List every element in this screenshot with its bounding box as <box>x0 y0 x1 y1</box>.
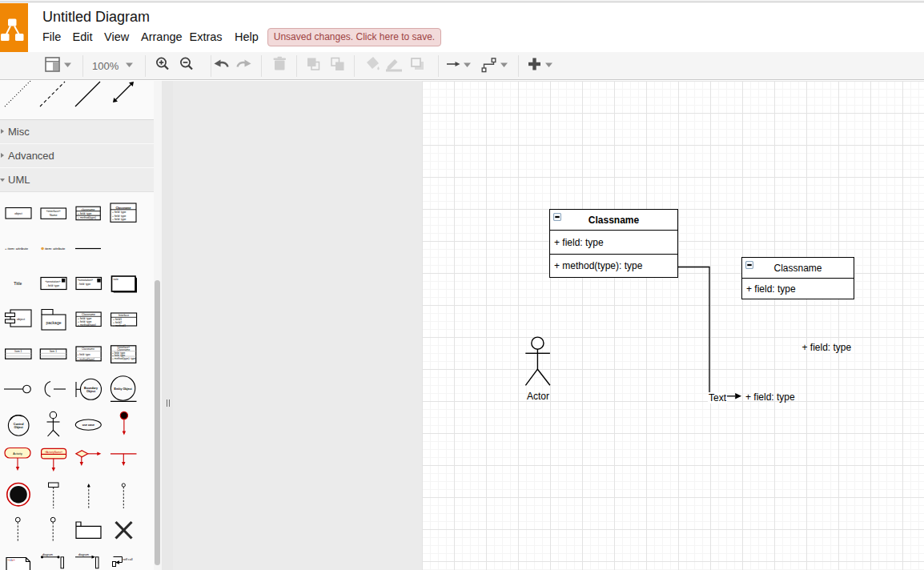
svg-text:«annotation»: «annotation» <box>45 280 60 283</box>
svg-text:«title»: «title» <box>8 559 15 562</box>
svg-text:+ field: type: + field: type <box>78 353 91 356</box>
svg-text:Boundary: Boundary <box>84 387 98 390</box>
svg-text:+ field: type: + field: type <box>112 218 127 221</box>
svg-text:- field: type: - field: type <box>78 283 90 286</box>
svg-text:Control: Control <box>14 423 24 426</box>
svg-text:Classname: Classname <box>116 207 131 210</box>
svg-text:Entity Object: Entity Object <box>114 387 133 391</box>
svg-text:Classname: Classname <box>82 347 94 351</box>
svg-text:Activity: Activity <box>13 452 22 456</box>
svg-text:+ field: type: + field: type <box>78 212 92 215</box>
svg-text:diagram: diagram <box>42 553 53 556</box>
svg-text:Title: Title <box>14 281 22 286</box>
svg-text:package: package <box>46 320 62 325</box>
svg-text:«interface»: «interface» <box>46 210 61 213</box>
svg-text:Object: Object <box>14 426 24 429</box>
svg-text:+ field: type: + field: type <box>112 354 126 357</box>
svg-text:Object: Object <box>86 390 96 393</box>
svg-text:note: note <box>114 278 119 281</box>
svg-text:+ method(type): type: + method(type): type <box>112 357 136 360</box>
svg-text:Item 1: Item 1 <box>50 350 57 353</box>
svg-text:object: object <box>17 318 26 321</box>
svg-text:classname: classname <box>81 208 94 211</box>
svg-text:Item 1: Item 1 <box>14 350 22 353</box>
svg-text:object: object <box>14 212 22 215</box>
svg-text:Classname: Classname <box>82 313 95 316</box>
svg-text:Interface: Interface <box>119 314 129 317</box>
svg-text:+ method(type): + method(type) <box>78 323 96 327</box>
svg-text:+ method1: + method1 <box>113 324 126 327</box>
svg-text:+ field: type: + field: type <box>112 215 127 218</box>
svg-text:diagram: diagram <box>78 553 89 556</box>
svg-text:«annotation»: «annotation» <box>78 279 93 282</box>
svg-text:- field: type: - field: type <box>46 284 59 287</box>
svg-text:«ActivityName»: «ActivityName» <box>45 451 62 454</box>
svg-text:Name: Name <box>50 214 58 217</box>
svg-text:self call: self call <box>123 558 133 561</box>
svg-text:+ field: type: + field: type <box>112 211 127 214</box>
svg-text:+ item: attribute: + item: attribute <box>5 247 29 251</box>
svg-text:+ method(type): + method(type) <box>78 358 95 361</box>
svg-text:item: attribute: item: attribute <box>45 247 66 251</box>
svg-text:+ method(type): + method(type) <box>78 216 96 219</box>
svg-text:use case: use case <box>82 423 94 427</box>
